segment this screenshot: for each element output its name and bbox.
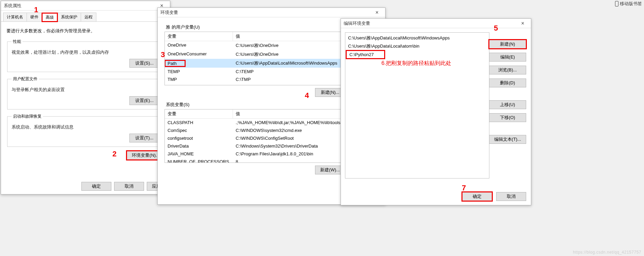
userprofile-desc: 与登录帐户相关的桌面设置 [12,87,159,93]
var-name: TEMP [165,68,233,75]
performance-legend: 性能 [12,39,22,45]
sysprops-ok-button[interactable]: 确定 [81,182,111,191]
edit-path-button[interactable]: 编辑(E) [489,53,526,62]
mobile-bookmark-label: 移动版书签 [615,1,642,7]
var-name: Path [165,60,185,67]
tab-systemprotect[interactable]: 系统保护 [57,13,81,21]
editenv-title: 编辑环境变量 [344,20,370,27]
browse-path-button[interactable]: 浏览(B)... [489,66,526,74]
editenv-titlebar[interactable]: 编辑环境变量 × [341,19,531,28]
sysprops-titlebar[interactable]: 系统属性 × [1,1,170,11]
var-name: OneDrive [165,42,233,49]
performance-desc: 视觉效果，处理器计划，内存使用，以及虚拟内存 [12,49,159,55]
tab-remote[interactable]: 远程 [81,13,96,21]
startup-settings-button[interactable]: 设置(T)... [129,134,159,142]
sysprops-title: 系统属性 [4,3,21,9]
tab-advanced[interactable]: 高级 [42,13,58,22]
envvars-titlebar[interactable]: 环境变量 × [158,8,385,17]
sysprops-cancel-button[interactable]: 取消 [114,182,144,191]
col-variable[interactable]: 变量 [165,109,233,118]
editenv-ok-button[interactable]: 确定 [462,192,492,201]
performance-settings-button[interactable]: 设置(S)... [129,59,159,68]
startup-desc: 系统启动、系统故障和调试信息 [12,124,159,130]
delete-path-button[interactable]: 删除(D) [489,79,526,87]
path-entry[interactable]: C:\Users\雅\AppData\Local\Microsoft\Windo… [345,34,489,42]
var-name: ComSpec [165,127,233,134]
edit-env-var-window: 编辑环境变量 × C:\Users\雅\AppData\Local\Micros… [341,18,531,205]
path-entry[interactable]: C:\Users\雅\AppData\Local\atom\bin [345,42,489,50]
startup-group: 启动和故障恢复 系统启动、系统故障和调试信息 设置(T)... [7,114,164,147]
moveup-button[interactable]: 上移(U) [489,100,526,109]
startup-legend: 启动和故障恢复 [12,114,43,119]
close-icon[interactable]: × [370,8,384,17]
userprofile-legend: 用户配置文件 [12,76,39,82]
editenv-cancel-button[interactable]: 取消 [496,192,526,201]
var-name: TMP [165,76,233,83]
close-icon[interactable]: × [516,19,530,28]
var-name: NUMBER_OF_PROCESSORS [165,158,233,163]
userprofile-settings-button[interactable]: 设置(E)... [129,96,159,105]
var-name: JAVA_HOME [165,151,233,157]
var-name: CLASSPATH [165,119,233,126]
userprofile-group: 用户配置文件 与登录帐户相关的桌面设置 设置(E)... [7,76,164,109]
envvars-title: 环境变量 [160,10,178,16]
col-variable[interactable]: 变量 [165,32,233,41]
var-name: OneDriveConsumer [165,51,233,58]
admin-note: 要进行大多数更改，你必须作为管理员登录。 [6,28,164,34]
tab-hardware[interactable]: 硬件 [27,13,42,21]
phone-icon [615,1,618,6]
path-entry[interactable]: C:\Python27 [347,51,384,58]
edit-text-button[interactable]: 编辑文本(T)... [489,135,526,144]
sysprops-tabs: 计算机名 硬件 高级 系统保护 远程 [1,11,170,22]
movedown-button[interactable]: 下移(O) [489,113,526,122]
tab-computername[interactable]: 计算机名 [3,13,27,21]
var-name: configsetroot [165,135,233,141]
var-name: DriverData [165,143,233,149]
performance-group: 性能 视觉效果，处理器计划，内存使用，以及虚拟内存 设置(S)... [7,39,164,72]
new-path-button[interactable]: 新建(N) [489,40,526,49]
system-properties-window: 系统属性 × 计算机名 硬件 高级 系统保护 远程 要进行大多数更改，你必须作为… [1,1,170,194]
watermark: https://blog.csdn.net/qq_42157757 [573,250,641,255]
path-list[interactable]: C:\Users\雅\AppData\Local\Microsoft\Windo… [345,32,489,178]
